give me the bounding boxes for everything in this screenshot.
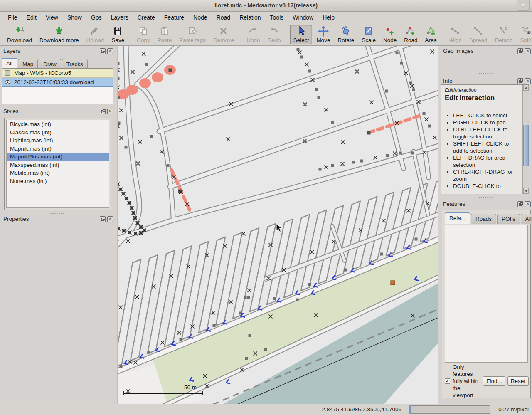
dock-splitter[interactable] xyxy=(478,197,493,199)
align-button[interactable]: Align xyxy=(446,25,465,44)
menu-window[interactable]: Window xyxy=(288,13,318,22)
features-tab-bar: Rela...RoadsPOI'sAll xyxy=(445,212,532,224)
layer-visible-checkbox[interactable] xyxy=(5,70,11,76)
layers-tab-tracks[interactable]: Tracks xyxy=(62,59,88,69)
node-square xyxy=(300,56,303,59)
area-button[interactable]: Area xyxy=(422,25,441,44)
merkaartor-window: lloret.mdc - Merkaartor v0.17(release) ×… xyxy=(0,0,532,415)
dock-splitter[interactable] xyxy=(50,212,64,215)
layers-close-button[interactable]: × xyxy=(107,48,113,54)
menu-file[interactable]: File xyxy=(3,13,22,22)
map-canvas[interactable]: 50 m xyxy=(118,46,438,404)
menu-help[interactable]: Help xyxy=(318,13,339,22)
menu-create[interactable]: Create xyxy=(133,13,160,22)
style-item[interactable]: Lighting.mas (int) xyxy=(7,136,109,145)
menu-layers[interactable]: Layers xyxy=(106,13,133,22)
menu-feature[interactable]: Feature xyxy=(160,13,189,22)
paste-button[interactable]: Paste xyxy=(154,25,175,44)
info-bullet: CTRL-RIGHT-DRAG for zoom xyxy=(453,168,520,183)
close-icon: × xyxy=(109,217,111,221)
road-button[interactable]: Road xyxy=(401,25,421,44)
menu-show[interactable]: Show xyxy=(63,13,86,22)
properties-close-button[interactable]: × xyxy=(107,216,113,222)
move-button[interactable]: Move xyxy=(313,25,333,44)
layers-tab-draw[interactable]: Draw xyxy=(39,59,61,69)
info-float-button[interactable] xyxy=(517,78,523,84)
upload-button[interactable]: Upload xyxy=(83,25,108,44)
style-item[interactable]: Mobile.mas (int) xyxy=(7,169,109,177)
menu-view[interactable]: View xyxy=(41,13,63,22)
menu-relation[interactable]: Relation xyxy=(235,13,265,22)
menu-tools[interactable]: Tools xyxy=(266,13,288,22)
scroll-down-icon[interactable] xyxy=(523,188,529,194)
undo-button[interactable]: Undo xyxy=(243,25,263,44)
style-item[interactable]: Bicycle.mas (int) xyxy=(7,120,109,128)
styles-close-button[interactable]: × xyxy=(107,109,113,114)
viewport-filter-checkbox[interactable]: ✔ xyxy=(445,378,450,384)
copy-button[interactable]: Copy xyxy=(133,25,153,44)
menu-gps[interactable]: Gps xyxy=(86,13,106,22)
style-item[interactable]: Mapnik.mas (int) xyxy=(7,145,109,153)
features-list[interactable] xyxy=(445,225,528,363)
title-bar[interactable]: lloret.mdc - Merkaartor v0.17(release) × xyxy=(0,0,532,12)
node-square xyxy=(352,161,355,164)
find-button[interactable]: Find... xyxy=(483,376,505,386)
layers-tab-all[interactable]: All xyxy=(2,58,17,69)
features-tab-pois[interactable]: POI's xyxy=(497,214,520,224)
road-icon xyxy=(405,26,416,37)
menu-road[interactable]: Road xyxy=(212,13,235,22)
menu-edit[interactable]: Edit xyxy=(22,13,41,22)
scroll-up-icon[interactable] xyxy=(523,85,529,91)
features-panel: Rela...RoadsPOI'sAll ✔ Only features ful… xyxy=(442,210,531,398)
remove-button[interactable]: Remove xyxy=(210,25,237,44)
info-scrollbar[interactable] xyxy=(522,85,529,194)
scrollbar-thumb[interactable] xyxy=(523,125,529,166)
style-item[interactable]: None.mas (int) xyxy=(7,177,109,185)
toolbar-overflow-chevron[interactable]: » xyxy=(527,28,531,35)
window-close-button[interactable]: × xyxy=(517,0,530,11)
visibility-eye-icon[interactable] xyxy=(5,79,11,85)
paste-tags-button[interactable]: Paste tags xyxy=(176,25,209,44)
node-square xyxy=(409,82,412,84)
node-icon xyxy=(384,26,395,37)
scale-button[interactable]: Scale xyxy=(358,25,379,44)
node-square xyxy=(308,283,311,286)
save-button[interactable]: Save xyxy=(108,25,128,44)
layers-tab-map[interactable]: Map xyxy=(18,59,38,69)
node-button[interactable]: Node xyxy=(380,25,400,44)
redo-button[interactable]: Redo xyxy=(264,25,284,44)
info-close-button[interactable]: × xyxy=(525,78,531,84)
toolbar-button-label: Download more xyxy=(39,37,79,43)
download-button[interactable]: Download xyxy=(4,25,35,44)
style-item[interactable]: Maxspeed.mas (int) xyxy=(7,161,109,169)
node-square xyxy=(412,89,415,91)
features-tab-all[interactable]: All xyxy=(521,214,532,224)
features-close-button[interactable]: × xyxy=(525,201,531,207)
rotate-button[interactable]: Rotate xyxy=(334,25,357,44)
select-button[interactable]: Select xyxy=(290,25,313,44)
spread-button[interactable]: Spread xyxy=(466,25,491,44)
menu-node[interactable]: Node xyxy=(189,13,212,22)
geo-images-float-button[interactable] xyxy=(517,48,523,54)
style-item[interactable]: MapnikPlus.mas (int) xyxy=(7,153,109,161)
rotate-icon xyxy=(340,26,351,37)
properties-float-button[interactable] xyxy=(100,216,106,222)
map-svg[interactable]: 50 m xyxy=(118,46,438,404)
toolbar-button-label: Node xyxy=(383,37,397,43)
toolbar-button-label: Paste xyxy=(158,37,172,43)
download-more-button[interactable]: Download more xyxy=(36,25,82,44)
features-tab-rela[interactable]: Rela... xyxy=(445,212,470,224)
layer-row[interactable]: 2012-03-23T16:03:33 download xyxy=(2,78,113,87)
style-item[interactable]: Classic.mas (int) xyxy=(7,128,109,137)
dock-splitter[interactable] xyxy=(478,73,493,75)
detach-button[interactable]: Detach xyxy=(492,25,516,44)
features-tab-roads[interactable]: Roads xyxy=(471,214,496,224)
geo-images-close-button[interactable]: × xyxy=(525,48,531,54)
toolbar-button-label: Spread xyxy=(469,37,488,43)
reset-button[interactable]: Reset xyxy=(507,376,529,386)
styles-float-button[interactable] xyxy=(100,109,106,114)
features-float-button[interactable] xyxy=(517,201,523,207)
layer-row[interactable]: Map - WMS - ICCorto5 xyxy=(2,69,113,78)
node-square xyxy=(386,154,389,157)
layers-float-button[interactable] xyxy=(100,48,106,54)
